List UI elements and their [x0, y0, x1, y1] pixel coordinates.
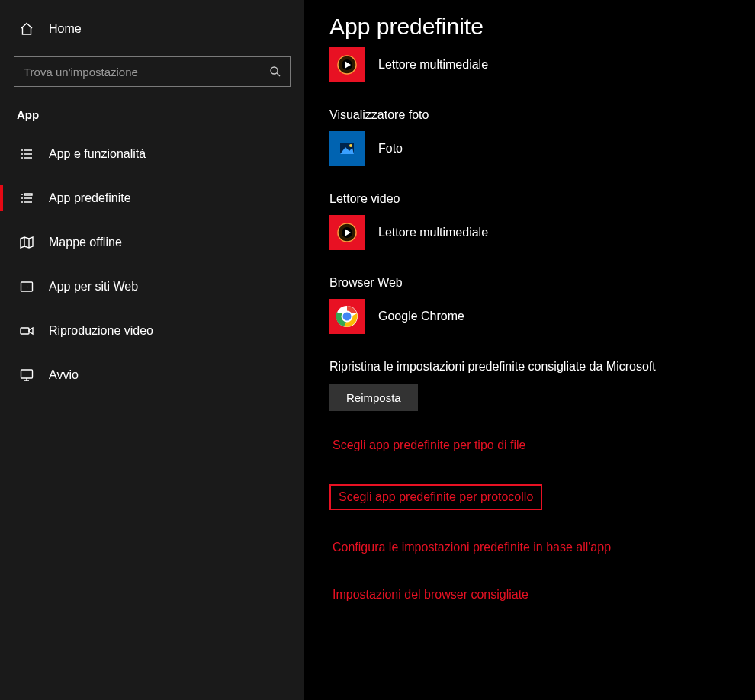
- home-label: Home: [49, 22, 82, 36]
- nav-label: App e funzionalità: [49, 147, 146, 161]
- category-label: Visualizzatore foto: [329, 108, 755, 122]
- nav-label: App predefinite: [49, 191, 131, 205]
- search-icon: [268, 65, 282, 79]
- link-choose-by-filetype[interactable]: Scegli app predefinite per tipo di file: [329, 437, 529, 454]
- app-tile-video[interactable]: Lettore multimediale: [329, 215, 755, 250]
- svg-rect-2: [21, 328, 29, 334]
- app-name: Lettore multimediale: [378, 58, 488, 72]
- app-name: Google Chrome: [378, 310, 464, 323]
- search-input[interactable]: [24, 66, 268, 79]
- nav-video-playback[interactable]: Riproduzione video: [0, 309, 304, 353]
- home-icon: [18, 21, 35, 37]
- svg-rect-3: [21, 370, 33, 378]
- nav-offline-maps[interactable]: Mappe offline: [0, 220, 304, 265]
- nav-label: Mappe offline: [49, 236, 122, 249]
- default-app-entry: Browser Web Google Chrome: [329, 276, 755, 334]
- nav-label: App per siti Web: [49, 280, 138, 294]
- app-name: Lettore multimediale: [378, 226, 488, 239]
- default-app-entry: Visualizzatore foto Foto: [329, 108, 755, 166]
- svg-point-0: [271, 67, 278, 74]
- chrome-icon: [329, 299, 365, 334]
- map-icon: [18, 234, 35, 251]
- app-tile-photos[interactable]: Foto: [329, 131, 755, 166]
- search-box[interactable]: [14, 56, 291, 87]
- links-block: Scegli app predefinite per tipo di file …: [329, 437, 755, 618]
- nav-apps-features[interactable]: App e funzionalità: [0, 132, 304, 176]
- website-apps-icon: [18, 278, 35, 295]
- nav-apps-for-websites[interactable]: App per siti Web: [0, 265, 304, 309]
- nav-label: Avvio: [49, 368, 79, 382]
- default-app-entry: Lettore multimediale: [329, 47, 755, 82]
- app-name: Foto: [378, 142, 403, 156]
- reset-text: Ripristina le impostazioni predefinite c…: [329, 360, 755, 374]
- category-label: Lettore video: [329, 192, 755, 206]
- nav-label: Riproduzione video: [49, 324, 153, 338]
- reset-button[interactable]: Reimposta: [329, 384, 418, 411]
- photos-icon: [329, 131, 365, 166]
- default-app-entry: Lettore video Lettore multimediale: [329, 192, 755, 250]
- nav-default-apps[interactable]: App predefinite: [0, 176, 304, 220]
- default-apps-icon: [18, 190, 35, 207]
- list-icon: [18, 146, 35, 162]
- content: App predefinite Lettore multimediale Vis…: [305, 0, 755, 700]
- video-icon: [18, 323, 35, 339]
- link-browser-recommended[interactable]: Impostazioni del browser consigliate: [329, 586, 532, 603]
- home-button[interactable]: Home: [0, 14, 304, 44]
- sidebar: Home App App e funzionalità: [0, 0, 305, 700]
- app-tile-music[interactable]: Lettore multimediale: [329, 47, 755, 82]
- startup-icon: [18, 367, 35, 384]
- link-choose-by-protocol[interactable]: Scegli app predefinite per protocollo: [329, 484, 542, 510]
- link-set-by-app[interactable]: Configura le impostazioni predefinite in…: [329, 539, 614, 556]
- media-player-icon: [329, 47, 365, 82]
- media-player-icon: [329, 215, 365, 250]
- reset-section: Ripristina le impostazioni predefinite c…: [329, 360, 755, 411]
- app-tile-browser[interactable]: Google Chrome: [329, 299, 755, 334]
- category-label: Browser Web: [329, 276, 755, 290]
- svg-point-9: [349, 144, 352, 147]
- page-title: App predefinite: [329, 14, 755, 40]
- nav-startup[interactable]: Avvio: [0, 353, 304, 397]
- section-label: App: [17, 108, 304, 121]
